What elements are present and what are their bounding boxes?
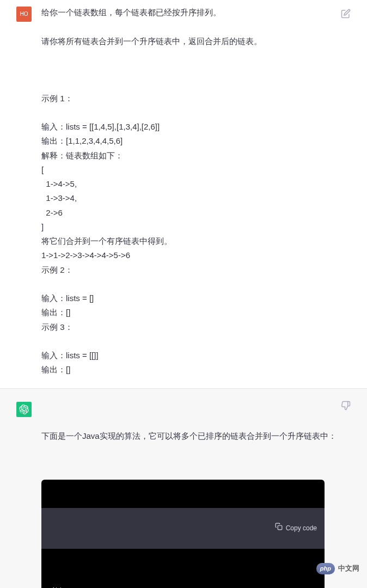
user-message-content: 给你一个链表数组，每个链表都已经按升序排列。 请你将所有链表合并到一个升序链表中… xyxy=(41,5,356,377)
assistant-avatar xyxy=(16,402,32,417)
svg-rect-0 xyxy=(278,526,282,530)
avatar-text: HO xyxy=(20,9,28,19)
copy-code-label[interactable]: Copy code xyxy=(286,523,317,534)
assistant-intro: 下面是一个Java实现的算法，它可以将多个已排序的链表合并到一个升序链表中： xyxy=(41,429,356,443)
code-block: Copy code /** * Definition for singly-li… xyxy=(41,480,325,588)
thumbs-down-icon[interactable] xyxy=(341,401,351,411)
user-avatar: HO xyxy=(16,7,32,22)
user-actions xyxy=(341,9,351,19)
edit-icon[interactable] xyxy=(341,9,351,19)
code-header[interactable]: Copy code xyxy=(41,508,325,549)
assistant-message: 下面是一个Java实现的算法，它可以将多个已排序的链表合并到一个升序链表中： C… xyxy=(0,388,367,589)
copy-icon[interactable] xyxy=(256,511,282,546)
watermark-text: 中文网 xyxy=(338,562,359,575)
assistant-actions xyxy=(341,401,351,411)
user-message: HO 给你一个链表数组，每个链表都已经按升序排列。 请你将所有链表合并到一个升序… xyxy=(0,0,367,388)
watermark-pill: php xyxy=(316,563,335,574)
code-body: /** * Definition for singly-linked list.… xyxy=(41,578,325,588)
assistant-message-content: 下面是一个Java实现的算法，它可以将多个已排序的链表合并到一个升序链表中： C… xyxy=(41,401,356,589)
site-watermark: php 中文网 xyxy=(316,562,359,575)
